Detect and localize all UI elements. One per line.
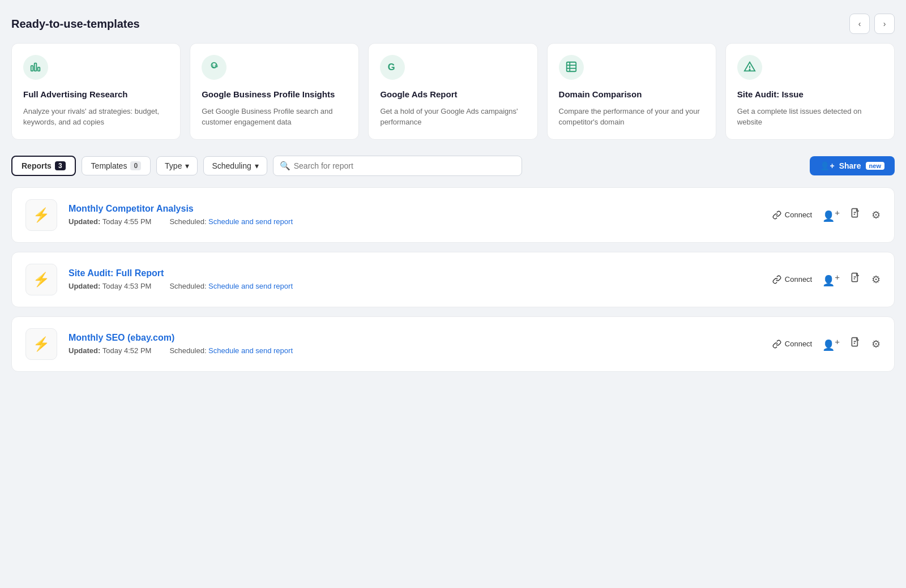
report-title[interactable]: Monthly Competitor Analysis: [69, 204, 761, 214]
link-icon: [772, 275, 781, 284]
share-user-icon[interactable]: 👤+: [822, 337, 840, 351]
scheduled-text: Scheduled: Schedule and send report: [169, 282, 293, 290]
report-icon-wrap: ⚡: [25, 264, 57, 295]
search-icon: 🔍: [280, 161, 290, 171]
card-title: Google Ads Report: [380, 89, 525, 100]
page-title: Ready-to-use-templates: [11, 18, 140, 31]
settings-icon[interactable]: ⚙: [871, 338, 881, 350]
connect-button[interactable]: Connect: [772, 275, 812, 284]
bolt-icon: ⚡: [33, 272, 50, 287]
report-title[interactable]: Monthly SEO (ebay.com): [69, 333, 761, 343]
search-wrap: 🔍: [273, 156, 522, 176]
card-desc: Get a complete list issues detected on w…: [737, 106, 883, 128]
share-label: Share: [839, 161, 861, 170]
connect-button[interactable]: Connect: [772, 340, 812, 349]
report-item-site-audit-full: ⚡ Site Audit: Full Report Updated: Today…: [11, 252, 895, 307]
scheduled-text: Scheduled: Schedule and send report: [169, 217, 293, 226]
share-user-icon[interactable]: 👤+: [822, 272, 840, 287]
report-meta: Updated: Today 4:52 PM Scheduled: Schedu…: [69, 346, 761, 355]
templates-tab[interactable]: Templates 0: [82, 156, 151, 175]
share-new-badge: new: [866, 162, 884, 170]
card-desc: Analyze your rivals' ad strategies: budg…: [23, 106, 169, 128]
report-info: Monthly SEO (ebay.com) Updated: Today 4:…: [69, 333, 761, 355]
search-input[interactable]: [273, 156, 522, 176]
card-desc: Get a hold of your Google Ads campaigns'…: [380, 106, 525, 128]
filter-bar: Reports 3 Templates 0 Type ▾ Scheduling …: [11, 156, 895, 176]
svg-point-11: [749, 69, 750, 70]
type-dropdown[interactable]: Type ▾: [156, 156, 198, 175]
template-cards-row: Full Advertising Research Analyze your r…: [11, 43, 895, 140]
report-meta: Updated: Today 4:55 PM Scheduled: Schedu…: [69, 217, 761, 226]
nav-buttons: ‹ ›: [849, 14, 895, 34]
link-icon: [772, 211, 781, 220]
domain-icon: [565, 61, 578, 75]
reports-count: 3: [55, 161, 66, 170]
pdf-icon[interactable]: [850, 337, 861, 351]
schedule-link[interactable]: Schedule and send report: [208, 346, 293, 355]
card-icon-wrap: [23, 55, 48, 80]
updated-text: Updated: Today 4:52 PM: [69, 346, 151, 355]
template-card-google-business[interactable]: LG Google Business Profile Insights Get …: [190, 43, 359, 140]
schedule-link[interactable]: Schedule and send report: [208, 282, 293, 290]
pdf-icon[interactable]: [850, 272, 861, 286]
pdf-icon[interactable]: [850, 208, 861, 222]
svg-text:LG: LG: [212, 63, 218, 68]
google-g-icon: G: [386, 61, 399, 75]
svg-rect-2: [38, 67, 40, 70]
templates-count: 0: [130, 161, 141, 170]
card-title: Google Business Profile Insights: [202, 89, 347, 100]
card-icon-wrap: [737, 55, 762, 80]
card-icon-wrap: LG: [202, 55, 226, 80]
prev-button[interactable]: ‹: [849, 14, 870, 34]
scheduled-text: Scheduled: Schedule and send report: [169, 346, 293, 355]
report-info: Site Audit: Full Report Updated: Today 4…: [69, 268, 761, 290]
card-desc: Compare the performance of your and your…: [559, 106, 704, 128]
schedule-link[interactable]: Schedule and send report: [208, 217, 293, 226]
report-actions: Connect 👤+ ⚙: [772, 337, 881, 351]
reports-tab-label: Reports: [22, 161, 52, 170]
report-item-monthly-seo: ⚡ Monthly SEO (ebay.com) Updated: Today …: [11, 316, 895, 372]
svg-rect-0: [31, 66, 33, 71]
bolt-icon: ⚡: [33, 207, 50, 223]
next-button[interactable]: ›: [874, 14, 895, 34]
updated-text: Updated: Today 4:55 PM: [69, 217, 151, 226]
svg-text:G: G: [388, 61, 395, 71]
settings-icon[interactable]: ⚙: [871, 209, 881, 221]
template-card-site-audit[interactable]: Site Audit: Issue Get a complete list is…: [725, 43, 895, 140]
type-label: Type: [165, 161, 182, 170]
report-actions: Connect 👤+ ⚙: [772, 272, 881, 287]
connect-button[interactable]: Connect: [772, 211, 812, 220]
template-card-domain-comparison[interactable]: Domain Comparison Compare the performanc…: [547, 43, 716, 140]
card-title: Domain Comparison: [559, 89, 704, 100]
templates-tab-label: Templates: [91, 161, 127, 170]
templates-header: Ready-to-use-templates ‹ ›: [11, 14, 895, 34]
report-item-monthly-competitor: ⚡ Monthly Competitor Analysis Updated: T…: [11, 187, 895, 243]
reports-list: ⚡ Monthly Competitor Analysis Updated: T…: [11, 187, 895, 372]
scheduling-label: Scheduling: [212, 161, 251, 170]
updated-text: Updated: Today 4:53 PM: [69, 282, 151, 290]
svg-rect-1: [35, 63, 37, 71]
card-title: Site Audit: Issue: [737, 89, 883, 100]
card-icon-wrap: [559, 55, 584, 80]
svg-rect-6: [566, 62, 576, 71]
chevron-down-icon: ▾: [255, 161, 259, 170]
card-desc: Get Google Business Profile search and c…: [202, 106, 347, 128]
template-card-full-advertising[interactable]: Full Advertising Research Analyze your r…: [11, 43, 181, 140]
settings-icon[interactable]: ⚙: [871, 273, 881, 286]
scheduling-dropdown[interactable]: Scheduling ▾: [203, 156, 267, 175]
chevron-down-icon: ▾: [185, 161, 189, 170]
share-user-icon[interactable]: 👤+: [822, 208, 840, 222]
card-icon-wrap: G: [380, 55, 405, 80]
link-icon: [772, 340, 781, 349]
triangle-warning-icon: [743, 61, 756, 75]
share-button[interactable]: 👤+ Share new: [810, 156, 895, 175]
report-title[interactable]: Site Audit: Full Report: [69, 268, 761, 278]
template-card-google-ads[interactable]: G Google Ads Report Get a hold of your G…: [368, 43, 537, 140]
bolt-icon: ⚡: [33, 336, 50, 352]
bar-chart-icon: [29, 61, 42, 75]
google-business-icon: LG: [208, 61, 220, 75]
report-icon-wrap: ⚡: [25, 328, 57, 360]
card-title: Full Advertising Research: [23, 89, 169, 100]
report-icon-wrap: ⚡: [25, 199, 57, 231]
reports-tab[interactable]: Reports 3: [11, 156, 76, 176]
